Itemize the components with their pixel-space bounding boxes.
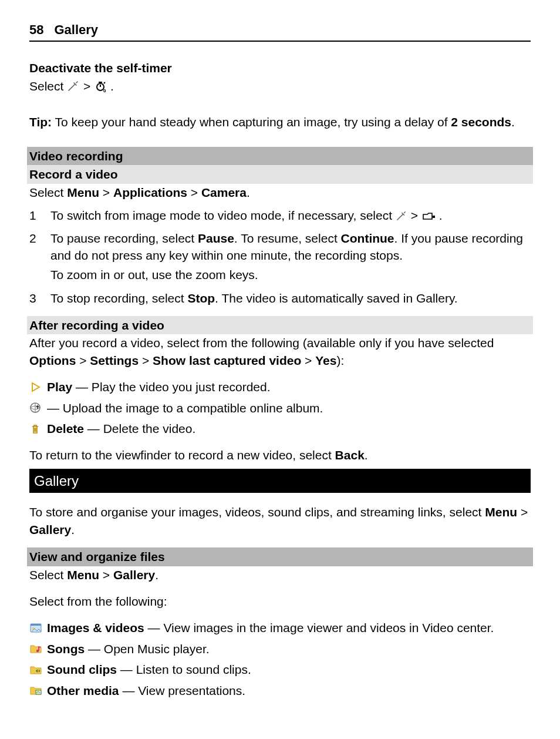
steps-list: 1 To switch from image mode to video mod…: [29, 207, 531, 307]
svg-text:0: 0: [103, 88, 106, 92]
tip-block: Tip: To keep your hand steady when captu…: [29, 113, 531, 130]
heading-view-organize: View and organize files: [27, 547, 533, 566]
after-outro: To return to the viewfinder to record a …: [29, 446, 531, 463]
tip-text: Tip: To keep your hand steady when captu…: [29, 113, 531, 130]
section-deactivate-selftimer: Deactivate the self-timer Select > 0 .: [29, 59, 531, 97]
upload-icon: [29, 402, 43, 414]
item-desc: — Play the video you just recorded.: [72, 380, 270, 394]
list-item: 3 To stop recording, select Stop. The vi…: [29, 290, 531, 307]
section-video-recording: Video recording Record a video Select Me…: [29, 147, 531, 307]
view-options-list: Images & videos — View images in the ima…: [29, 619, 531, 699]
list-item: — Upload the image to a compatible onlin…: [29, 399, 531, 416]
list-item: 1 To switch from image mode to video mod…: [29, 207, 531, 226]
gallery-label: Gallery: [29, 523, 71, 536]
text: To switch from image mode to video mode,…: [50, 209, 396, 222]
text: . The video is automatically saved in Ga…: [215, 291, 458, 305]
heading-gallery: Gallery: [29, 469, 531, 493]
separator: >: [301, 354, 315, 367]
text: Select: [29, 568, 67, 582]
view-path: Select Menu > Gallery.: [29, 566, 531, 583]
text: .: [155, 568, 158, 582]
play-icon: [29, 381, 43, 393]
show-last-label: Show last captured video: [153, 354, 301, 367]
text: Select: [29, 186, 67, 199]
list-item: Other media — View presentations.: [29, 682, 531, 699]
view-lead: Select from the following:: [29, 593, 531, 610]
pause-label: Pause: [198, 231, 234, 245]
text: Delete — Delete the video.: [47, 420, 195, 437]
camera-label: Camera: [201, 186, 247, 199]
item-label: Delete: [47, 422, 84, 435]
tip-label: Tip:: [29, 115, 52, 129]
step-body: To pause recording, select Pause. To res…: [50, 230, 531, 286]
heading-record-a-video: Record a video: [27, 165, 533, 183]
text: .: [439, 209, 443, 222]
text: .: [511, 115, 515, 129]
text: Select: [29, 79, 67, 93]
separator: >: [517, 505, 528, 519]
separator: >: [76, 354, 90, 367]
gallery-label: Gallery: [113, 568, 155, 582]
separator: >: [83, 79, 94, 93]
video-mode-icon: [421, 209, 436, 226]
separator: >: [139, 354, 153, 367]
settings-icon: [396, 209, 407, 226]
settings-label: Settings: [90, 354, 139, 367]
separator: >: [411, 209, 421, 222]
after-intro: After you record a video, select from th…: [29, 334, 531, 369]
text: Play — Play the video you just recorded.: [47, 378, 271, 395]
heading-after-recording: After recording a video: [27, 316, 533, 334]
songs-folder-icon: [29, 643, 43, 654]
text: Songs — Open Music player.: [47, 640, 210, 657]
item-label: Play: [47, 380, 72, 394]
images-videos-icon: [29, 622, 43, 634]
menu-label: Menu: [67, 568, 99, 582]
back-label: Back: [335, 448, 365, 462]
text: To return to the viewfinder to record a …: [29, 448, 335, 462]
step-number: 1: [29, 207, 40, 226]
section-after-recording: After recording a video After you record…: [29, 316, 531, 464]
text: Other media — View presentations.: [47, 682, 245, 699]
stop-label: Stop: [187, 291, 215, 305]
list-item: Delete — Delete the video.: [29, 420, 531, 437]
svg-rect-8: [36, 690, 41, 694]
list-item: 2 To pause recording, select Pause. To r…: [29, 230, 531, 286]
after-options-list: Play — Play the video you just recorded.…: [29, 378, 531, 437]
separator: >: [99, 568, 113, 582]
text: To stop recording, select: [50, 291, 187, 305]
text: To pause recording, select: [50, 231, 198, 245]
yes-label: Yes: [315, 354, 336, 367]
text: Images & videos — View images in the ima…: [47, 619, 494, 636]
separator: >: [187, 186, 201, 199]
list-item: Songs — Open Music player.: [29, 640, 531, 657]
section-view-organize: View and organize files Select Menu > Ga…: [29, 547, 531, 699]
item-label: Sound clips: [47, 663, 117, 676]
text: .: [247, 186, 250, 199]
svg-rect-5: [31, 624, 41, 626]
continue-label: Continue: [341, 231, 394, 245]
item-label: Songs: [47, 642, 85, 656]
step-body: To stop recording, select Stop. The vide…: [50, 290, 531, 307]
item-label: Other media: [47, 684, 119, 697]
menu-label: Menu: [67, 186, 99, 199]
list-item: Sound clips — Listen to sound clips.: [29, 661, 531, 678]
text: To zoom in or out, use the zoom keys.: [50, 266, 531, 283]
text: Sound clips — Listen to sound clips.: [47, 661, 251, 678]
text: . To resume, select: [234, 231, 341, 245]
heading-video-recording: Video recording: [27, 147, 533, 165]
text: .: [365, 448, 368, 462]
text: .: [110, 79, 114, 93]
settings-icon: [67, 79, 80, 96]
heading-deactivate-selftimer: Deactivate the self-timer: [29, 59, 531, 76]
page-number: 58: [29, 21, 43, 39]
gallery-intro: To store and organise your images, video…: [29, 503, 531, 538]
path-record-video: Select Menu > Applications > Camera.: [29, 184, 531, 201]
text: .: [71, 523, 75, 536]
text: After you record a video, select from th…: [29, 336, 494, 350]
svg-rect-2: [433, 216, 435, 218]
item-desc: — Listen to sound clips.: [117, 663, 251, 676]
applications-label: Applications: [113, 186, 187, 199]
step-number: 2: [29, 230, 40, 286]
item-desc: — View images in the image viewer and vi…: [144, 621, 494, 634]
list-item: Play — Play the video you just recorded.: [29, 378, 531, 395]
